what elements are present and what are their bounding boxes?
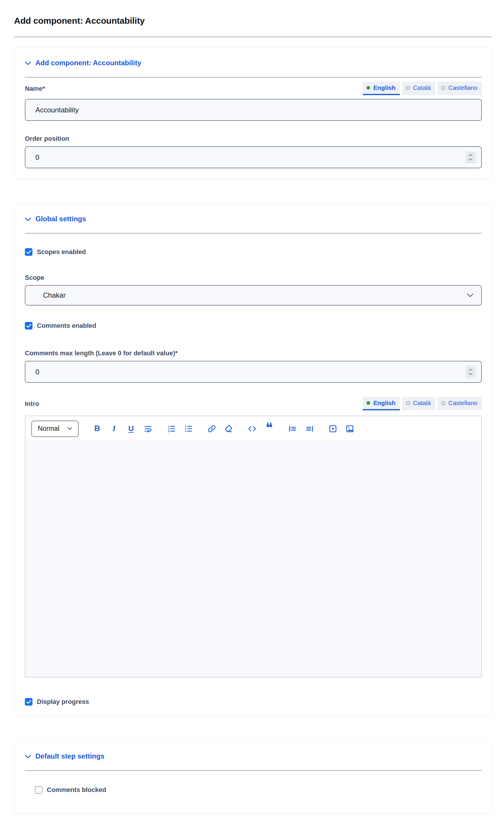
spinner-up-icon — [468, 154, 473, 157]
default-step-header[interactable]: Default step settings — [25, 752, 104, 760]
lang-tab-label: Castellano — [448, 84, 477, 91]
lang-tab-castellano[interactable]: Castellano — [438, 82, 482, 95]
page-divider — [14, 37, 492, 37]
lang-tab-catala[interactable]: Català — [402, 82, 435, 95]
scope-select-value: Chakar — [43, 291, 66, 299]
checkmark-icon — [26, 250, 31, 254]
component-card-header[interactable]: Add component: Accountability — [25, 59, 141, 67]
chevron-down-icon — [25, 215, 31, 223]
section-divider — [25, 77, 482, 77]
lang-tab-label: English — [373, 400, 396, 407]
section-divider — [25, 770, 482, 771]
lang-tab-label: Català — [413, 400, 431, 407]
eraser-icon[interactable] — [224, 423, 234, 435]
lang-tab-english[interactable]: English — [363, 397, 400, 410]
checkmark-icon — [26, 700, 31, 704]
checkmark-icon — [26, 324, 31, 328]
lang-tab-label: Català — [413, 84, 431, 91]
comments-max-length-label: Comments max length (Leave 0 for default… — [25, 349, 482, 357]
code-view-icon[interactable] — [247, 423, 257, 435]
scopes-enabled-label: Scopes enabled — [37, 248, 86, 256]
language-tabs: English Català Castellano — [363, 82, 482, 95]
ordered-list-icon[interactable]: 123 — [166, 423, 176, 435]
component-card: Add component: Accountability Name* Engl… — [14, 47, 492, 179]
name-input[interactable] — [35, 106, 476, 114]
lang-tab-castellano[interactable]: Castellano — [438, 397, 482, 410]
spinner-down-icon — [468, 373, 473, 375]
scopes-enabled-row[interactable]: Scopes enabled — [25, 248, 86, 256]
paragraph-style-value: Normal — [38, 425, 59, 433]
untranslated-ring-icon — [406, 86, 410, 90]
svg-text:3: 3 — [168, 429, 169, 433]
scopes-enabled-checkbox[interactable] — [25, 248, 32, 256]
global-settings-header[interactable]: Global settings — [25, 215, 86, 223]
intro-rich-text-editor: Normal B I U 123 — [25, 416, 482, 677]
display-progress-checkbox[interactable] — [25, 698, 32, 706]
italic-icon[interactable]: I — [109, 423, 119, 435]
blockquote-icon[interactable]: ❝ — [264, 423, 274, 435]
comments-blocked-checkbox[interactable] — [35, 786, 42, 794]
lang-tab-english[interactable]: English — [363, 82, 400, 95]
indent-increase-icon[interactable] — [288, 423, 298, 435]
section-divider — [25, 233, 482, 233]
translated-dot-icon — [367, 86, 370, 90]
comments-enabled-checkbox[interactable] — [25, 322, 32, 329]
order-position-input[interactable] — [35, 153, 465, 162]
select-chevron-icon — [467, 293, 474, 297]
scope-label: Scope — [25, 274, 482, 282]
paragraph-style-select[interactable]: Normal — [31, 421, 79, 437]
display-progress-row[interactable]: Display progress — [25, 698, 89, 706]
spinner-up-icon — [468, 369, 473, 371]
page-title: Add component: Accountability — [14, 16, 492, 26]
select-chevron-icon — [67, 427, 72, 430]
editor-content-area[interactable] — [26, 441, 481, 677]
translated-dot-icon — [367, 401, 370, 405]
comments-blocked-label: Comments blocked — [47, 786, 106, 794]
comments-enabled-label: Comments enabled — [37, 322, 96, 329]
order-position-wrapper — [25, 146, 482, 168]
comments-max-length-wrapper — [25, 361, 482, 383]
comments-max-length-input[interactable] — [35, 368, 465, 376]
editor-toolbar: Normal B I U 123 — [26, 416, 481, 441]
language-tabs: English Català Castellano — [363, 397, 482, 410]
image-icon[interactable] — [345, 423, 355, 435]
number-spinner[interactable] — [465, 151, 476, 164]
untranslated-ring-icon — [441, 86, 445, 90]
scope-select[interactable]: Chakar — [25, 285, 482, 306]
bold-icon[interactable]: B — [92, 423, 102, 435]
default-step-title: Default step settings — [35, 752, 104, 760]
untranslated-ring-icon — [406, 401, 410, 405]
chevron-down-icon — [25, 752, 31, 760]
component-card-title: Add component: Accountability — [35, 59, 141, 67]
default-step-card: Default step settings Comments blocked — [14, 741, 492, 814]
display-progress-label: Display progress — [37, 698, 89, 706]
order-position-label: Order position — [25, 135, 482, 142]
comments-blocked-row[interactable]: Comments blocked — [35, 786, 106, 794]
global-settings-card: Global settings Scopes enabled Scope Cha… — [14, 203, 492, 716]
indent-decrease-icon[interactable] — [304, 423, 314, 435]
comments-enabled-row[interactable]: Comments enabled — [25, 322, 96, 329]
underline-icon[interactable]: U — [126, 423, 136, 435]
intro-label: Intro — [25, 400, 39, 410]
chevron-down-icon — [25, 59, 31, 67]
lang-tab-label: Castellano — [448, 400, 477, 407]
bullet-list-icon[interactable] — [183, 423, 193, 435]
untranslated-ring-icon — [441, 401, 445, 405]
link-icon[interactable] — [207, 423, 217, 435]
text-wrap-icon[interactable] — [143, 423, 153, 435]
name-field-label: Name* — [25, 85, 45, 95]
name-input-wrapper — [25, 99, 482, 121]
video-icon[interactable] — [328, 423, 338, 435]
number-spinner[interactable] — [465, 366, 476, 378]
lang-tab-label: English — [373, 84, 396, 91]
spinner-down-icon — [468, 158, 473, 161]
page: Add component: Accountability Add compon… — [0, 0, 504, 830]
global-settings-title: Global settings — [35, 215, 86, 223]
lang-tab-catala[interactable]: Català — [402, 397, 435, 410]
